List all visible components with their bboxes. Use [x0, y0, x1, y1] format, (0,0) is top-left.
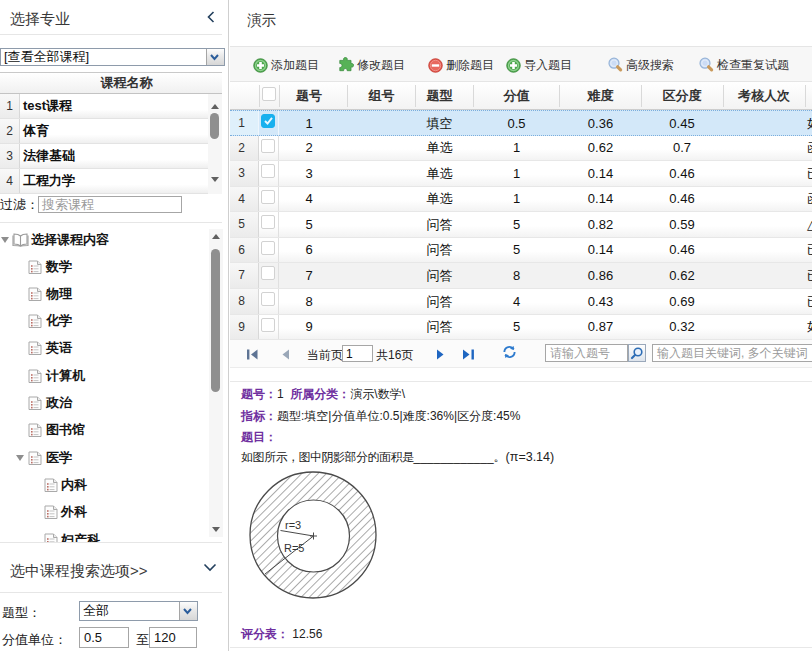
svg-text:R=5: R=5: [284, 542, 305, 554]
svg-text:r=3: r=3: [285, 519, 301, 531]
